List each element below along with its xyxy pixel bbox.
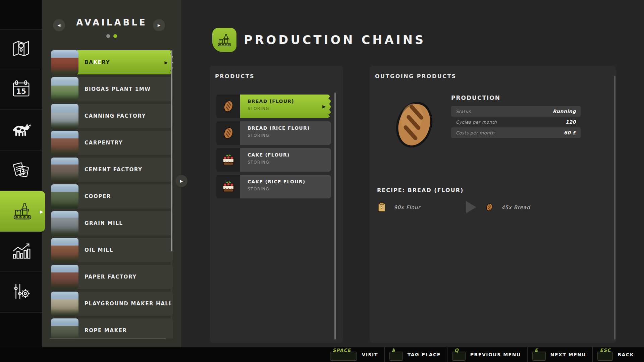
outgoing-scrollbar[interactable] (614, 76, 615, 340)
building-name: ROPE MAKER (77, 318, 173, 339)
product-status: STORING (248, 160, 331, 165)
product-status: STORING (248, 133, 331, 138)
building-name: CEMENT FACTORY (77, 158, 173, 182)
keybind-next-menu: E NEXT MENU (532, 347, 592, 362)
building-name: OIL MILL (77, 238, 173, 262)
building-name-text: CARPENTRY (85, 140, 123, 146)
building-name: PAPER FACTORY (77, 265, 173, 289)
product-item-cake-rice-flour[interactable]: CAKE (RICE FLOUR) STORING (216, 175, 331, 198)
divider (592, 347, 593, 362)
sidebar-item-calendar[interactable]: 15 (0, 69, 42, 110)
product-status: STORING (248, 187, 331, 191)
bread-icon (216, 121, 240, 145)
name-part: RY (102, 59, 110, 65)
building-thumbnail (51, 131, 78, 155)
page-dot-2 (113, 34, 117, 38)
product-name: CAKE (FLOUR) (248, 152, 331, 158)
scrollbar-thumb[interactable] (614, 76, 615, 340)
building-name: PLAYGROUND MAKER HALL (77, 292, 173, 316)
chevron-right-icon: ▶ (164, 60, 168, 65)
keybind-visit: SPACE VISIT (330, 347, 384, 362)
building-list-item-carpentry[interactable]: CARPENTRY (51, 131, 173, 155)
building-list-item-oil-mill[interactable]: OIL MILL (51, 238, 173, 262)
recipe-output: 45x Bread (501, 204, 530, 210)
key-label: Q (454, 348, 459, 353)
building-list-item-biogas[interactable]: BIOGAS PLANT 1MW (51, 77, 173, 101)
bread-image (392, 98, 436, 153)
collapse-panel-button[interactable]: ▶ (175, 175, 187, 187)
next-page-button[interactable]: ▶ (153, 19, 165, 31)
building-list-item-canning[interactable]: CANNING FACTORY (51, 104, 173, 128)
keybind-bar: SPACE VISIT à TAG PLACE Q PREVIOUS MENU … (0, 347, 644, 362)
key-label: SPACE (332, 348, 351, 353)
building-list-item-cooper[interactable]: COOPER (51, 184, 173, 208)
main-content: PRODUCTION CHAINS PRODUCTS BREAD (FLOUR)… (181, 0, 644, 347)
sidebar-item-animals[interactable] (0, 110, 42, 150)
recipe-input: 90x Flour (394, 204, 420, 210)
chevron-right-icon: ▶ (40, 209, 43, 214)
production-chains-icon (212, 28, 236, 52)
svg-text:15: 15 (16, 87, 26, 95)
building-list-item-bakery[interactable]: BAKERY ▶ (51, 50, 173, 74)
building-list-item-paper-factory[interactable]: PAPER FACTORY (51, 265, 173, 289)
product-item-bread-rice-flour[interactable]: BREAD (RICE FLOUR) STORING (216, 121, 331, 145)
product-item-cake-flour[interactable]: CAKE (FLOUR) STORING (216, 148, 331, 172)
sidebar-item-settings[interactable] (0, 272, 42, 313)
key-esc: ESC (597, 352, 613, 361)
key-label: E (535, 348, 538, 353)
key-a-grave: à (389, 352, 403, 361)
row-label: Status (456, 109, 471, 114)
cow-icon (11, 119, 32, 141)
available-panel: ◀ AVAILABLE ▶ BAKERY ▶ BIOGAS PLANT 1MW (42, 0, 181, 347)
product-name: CAKE (RICE FLOUR) (248, 179, 331, 184)
key-space: SPACE (330, 352, 357, 361)
building-list-scrollbar[interactable] (171, 50, 172, 339)
divider (527, 347, 528, 362)
products-panel: PRODUCTS BREAD (FLOUR) STORING ▶ (210, 66, 343, 343)
product-label: BREAD (FLOUR) STORING ▶ (240, 95, 331, 118)
bread-icon (484, 202, 494, 214)
production-section-title: PRODUCTION (451, 95, 500, 101)
key-q: Q (452, 352, 466, 361)
row-label: Costs per month (456, 130, 494, 135)
building-thumbnail (51, 238, 78, 262)
building-thumbnail (51, 318, 78, 339)
keybind-back: ESC BACK (597, 347, 640, 362)
building-name: CANNING FACTORY (77, 104, 173, 128)
keybind-action: TAG PLACE (408, 352, 441, 357)
contracts-icon (11, 160, 32, 182)
building-name: COOPER (77, 184, 173, 208)
building-list-item-cement[interactable]: CEMENT FACTORY (51, 158, 173, 182)
flour-bag-icon (378, 202, 386, 213)
production-chains-screen: 15 (0, 0, 644, 362)
sidebar-item-map[interactable] (0, 29, 42, 69)
building-name-text: ROPE MAKER (85, 327, 127, 334)
available-header: ◀ AVAILABLE ▶ (42, 0, 181, 32)
sidebar-item-statistics[interactable] (0, 232, 42, 272)
product-name: BREAD (RICE FLOUR) (248, 125, 331, 131)
product-status: STORING (248, 106, 331, 111)
scrollbar-thumb[interactable] (171, 50, 172, 251)
keybind-action: PREVIOUS MENU (470, 352, 521, 357)
table-row-costs: Costs per month 60 £ (451, 127, 581, 138)
building-name: BIOGAS PLANT 1MW (77, 77, 173, 101)
name-part: BA (85, 59, 93, 65)
scrollbar-thumb[interactable] (334, 93, 336, 340)
key-e: E (532, 352, 546, 361)
arrow-right-icon: ▶ (158, 23, 160, 27)
sidebar-item-production-chains[interactable]: ▶ (0, 191, 45, 232)
building-name: CARPENTRY (77, 131, 173, 155)
product-label: BREAD (RICE FLOUR) STORING (240, 121, 331, 145)
products-scrollbar[interactable] (334, 93, 336, 340)
page-header: PRODUCTION CHAINS (212, 28, 426, 52)
sidebar-item-contracts[interactable] (0, 150, 42, 191)
calendar-icon: 15 (11, 78, 32, 101)
product-list: BREAD (FLOUR) STORING ▶ BREAD (RICE FLOU… (216, 95, 331, 202)
key-label: ESC (600, 348, 611, 353)
building-list-item-playground-maker[interactable]: PLAYGROUND MAKER HALL (51, 292, 173, 316)
building-name-text: PLAYGROUND MAKER HALL (85, 301, 173, 307)
row-label: Cycles per month (456, 120, 497, 125)
product-item-bread-flour[interactable]: BREAD (FLOUR) STORING ▶ (216, 95, 331, 118)
building-list-item-rope-maker[interactable]: ROPE MAKER (51, 318, 173, 339)
building-list-item-grain-mill[interactable]: GRAIN MILL (51, 211, 173, 235)
